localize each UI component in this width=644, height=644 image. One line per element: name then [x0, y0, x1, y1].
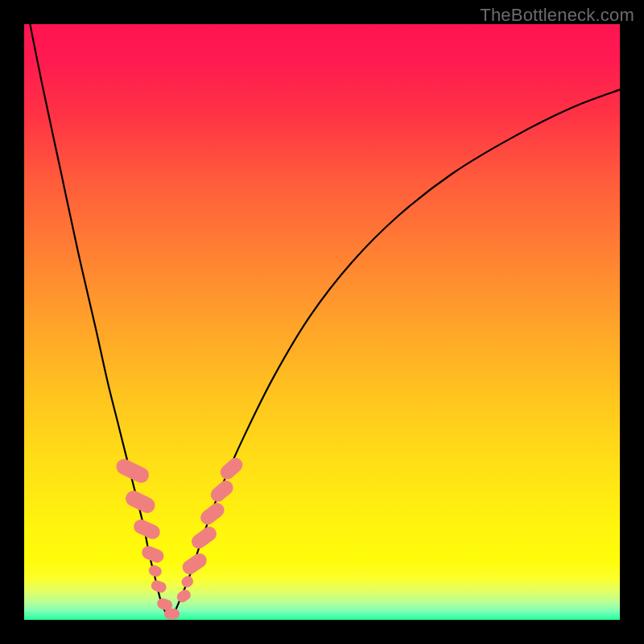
marker-point — [217, 455, 246, 482]
marker-point — [140, 544, 166, 565]
marker-point — [208, 477, 236, 505]
marker-point — [180, 551, 209, 577]
marker-point — [150, 579, 168, 594]
marker-point — [175, 588, 192, 605]
bottleneck-curve — [24, 24, 620, 615]
chart-frame: TheBottleneck.com — [0, 0, 644, 644]
marker-point — [180, 574, 196, 589]
marker-point — [164, 609, 180, 619]
marker-point — [147, 564, 163, 578]
chart-svg — [24, 24, 620, 620]
marker-point — [188, 524, 219, 551]
marker-layer — [114, 455, 246, 619]
watermark-text: TheBottleneck.com — [480, 5, 634, 26]
marker-point — [198, 500, 228, 527]
plot-area — [24, 24, 620, 620]
